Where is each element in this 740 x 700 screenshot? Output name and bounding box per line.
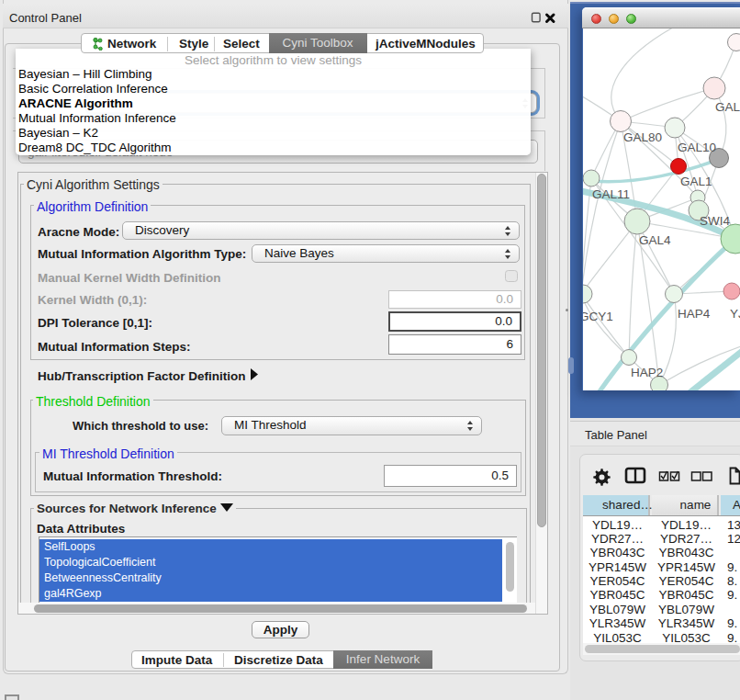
svg-text:HAP4: HAP4	[678, 307, 711, 321]
svg-text:YJL157C: YJL157C	[730, 307, 740, 321]
svg-text:GAL4: GAL4	[639, 233, 671, 247]
svg-text:GAL1: GAL1	[680, 175, 712, 188]
svg-text:GAL7: GAL7	[715, 100, 740, 114]
svg-text:GAL11: GAL11	[592, 187, 630, 201]
svg-text:SWI4: SWI4	[700, 214, 730, 228]
svg-text:GAL80: GAL80	[623, 130, 662, 144]
svg-text:HAP2: HAP2	[631, 366, 663, 379]
svg-text:GCY1: GCY1	[583, 310, 613, 323]
svg-text:GAL10: GAL10	[678, 141, 716, 154]
